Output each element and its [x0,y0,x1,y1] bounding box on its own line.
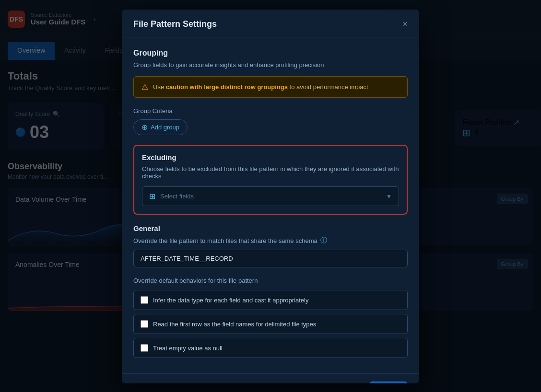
modal-header: File Pattern Settings × [122,10,419,37]
cancel-button[interactable]: Cancel [327,381,364,383]
schema-input[interactable] [133,250,408,267]
warning-text: Use caution with large distinct row grou… [153,83,368,91]
info-icon[interactable]: ⓘ [320,236,327,245]
group-criteria-label: Group Criteria [133,107,408,115]
warning-banner: ⚠ Use caution with large distinct row gr… [133,76,408,98]
override-schema-label: Override the file pattern to match files… [133,236,408,245]
add-group-button[interactable]: ⊕ Add group [133,119,188,135]
add-group-label: Add group [151,124,179,131]
modal-title: File Pattern Settings [133,19,217,29]
grouping-description: Group fields to gain accurate insights a… [133,61,408,69]
plus-icon: ⊕ [141,123,148,132]
empty-value-null-label: Treat empty value as null [153,345,223,352]
override-behaviors-label: Override default behaviors for this file… [133,277,408,284]
grouping-title: Grouping [133,49,408,58]
close-button[interactable]: × [402,19,408,29]
checkbox-row-1: Infer the data type for each field and c… [133,290,408,310]
excluding-description: Choose fields to be excluded from this f… [142,165,399,180]
grouping-section: Grouping Group fields to gain accurate i… [133,49,408,135]
excluding-title: Excluding [142,153,399,161]
warning-icon: ⚠ [141,82,148,92]
first-row-fieldnames-label: Read the first row as the field names fo… [153,321,316,328]
first-row-fieldnames-checkbox[interactable] [141,320,148,328]
select-fields-placeholder: Select fields [160,193,381,200]
checkbox-row-3: Treat empty value as null [133,338,408,358]
modal-footer: Cancel Save [122,373,419,383]
checkbox-row-2: Read the first row as the field names fo… [133,314,408,334]
infer-datatype-label: Infer the data type for each field and c… [153,297,308,304]
empty-value-null-checkbox[interactable] [141,344,148,352]
app-root: { "app": { "title": "File Pattern Settin… [0,0,541,392]
fields-dropdown-icon: ⊞ [149,192,155,201]
general-section: General Override the file pattern to mat… [133,224,408,358]
select-fields-dropdown[interactable]: ⊞ Select fields ▼ [142,186,399,206]
modal-overlay: File Pattern Settings × Grouping Group f… [0,0,541,392]
infer-datatype-checkbox[interactable] [141,296,148,304]
chevron-down-icon: ▼ [386,193,392,200]
modal-body: Grouping Group fields to gain accurate i… [122,37,419,373]
excluding-section: Excluding Choose fields to be excluded f… [133,145,408,215]
save-button[interactable]: Save [369,381,408,383]
general-title: General [133,224,408,232]
file-pattern-settings-modal: File Pattern Settings × Grouping Group f… [122,10,419,383]
